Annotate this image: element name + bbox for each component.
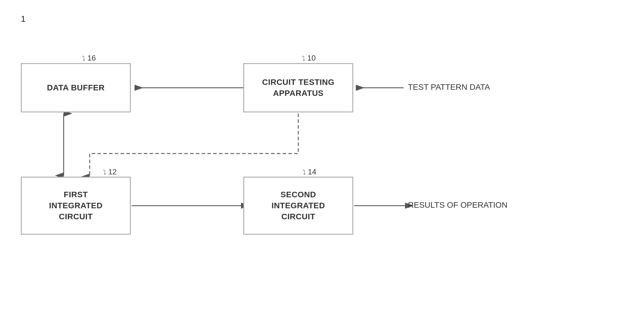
arrows-overlay [0, 0, 644, 334]
ref-16: ⤵ 16 [82, 54, 96, 63]
first-integrated-block: FIRSTINTEGRATEDCIRCUIT [21, 177, 131, 235]
diagram-container: 1 [0, 0, 644, 334]
second-integrated-block: SECONDINTEGRATEDCIRCUIT [243, 177, 353, 235]
figure-label: 1 [21, 14, 26, 24]
data-buffer-block: DATA BUFFER [21, 63, 131, 112]
ref-10: ⤵ 10 [302, 54, 316, 63]
circuit-testing-block: CIRCUIT TESTINGAPPARATUS [243, 63, 353, 112]
results-label: RESULTS OF OPERATION [408, 200, 507, 210]
ref-14: ⤵ 14 [303, 167, 316, 176]
ref-12: ⤵ 12 [103, 167, 117, 176]
test-pattern-label: TEST PATTERN DATA [408, 83, 490, 92]
